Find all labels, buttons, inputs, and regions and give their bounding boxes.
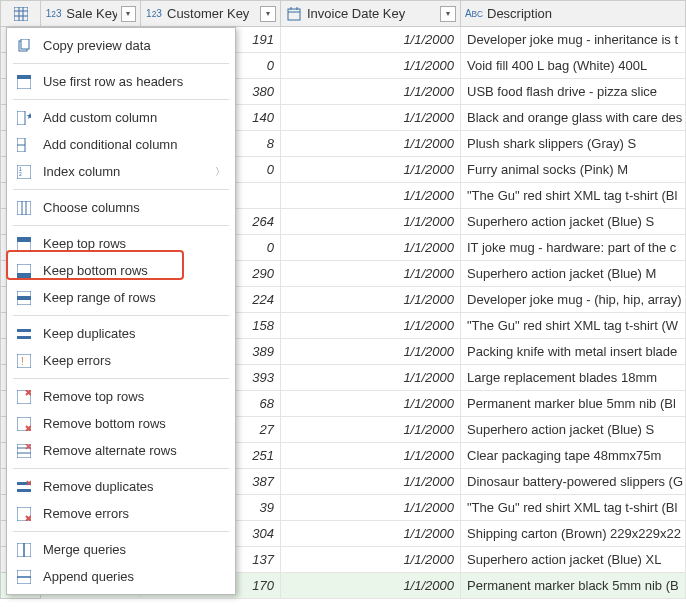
choose-columns-icon <box>15 199 33 217</box>
menu-append-queries[interactable]: Append queries <box>7 563 235 590</box>
cell-description[interactable]: Plush shark slippers (Gray) S <box>461 131 686 157</box>
cell-invoice-date[interactable]: 1/1/2000 <box>281 261 461 287</box>
menu-label: Use first row as headers <box>43 74 183 89</box>
cell-description[interactable]: Superhero action jacket (Blue) S <box>461 209 686 235</box>
svg-rect-20 <box>17 201 31 215</box>
cell-description[interactable]: "The Gu" red shirt XML tag t-shirt (W <box>461 313 686 339</box>
cell-description[interactable]: Void fill 400 L bag (White) 400L <box>461 53 686 79</box>
menu-first-row-headers[interactable]: Use first row as headers <box>7 68 235 95</box>
cell-invoice-date[interactable]: 1/1/2000 <box>281 313 461 339</box>
cell-invoice-date[interactable]: 1/1/2000 <box>281 287 461 313</box>
cell-invoice-date[interactable]: 1/1/2000 <box>281 391 461 417</box>
cell-description[interactable]: USB food flash drive - pizza slice <box>461 79 686 105</box>
menu-choose-columns[interactable]: Choose columns <box>7 194 235 221</box>
cell-description[interactable]: Furry animal socks (Pink) M <box>461 157 686 183</box>
cell-invoice-date[interactable]: 1/1/2000 <box>281 495 461 521</box>
cell-invoice-date[interactable]: 1/1/2000 <box>281 521 461 547</box>
menu-merge-queries[interactable]: Merge queries <box>7 536 235 563</box>
column-label: Customer Key <box>167 6 249 21</box>
menu-remove-bottom-rows[interactable]: Remove bottom rows <box>7 410 235 437</box>
menu-keep-duplicates[interactable]: Keep duplicates <box>7 320 235 347</box>
cell-description[interactable]: Permanent marker black 5mm nib (B <box>461 573 686 599</box>
cell-invoice-date[interactable]: 1/1/2000 <box>281 53 461 79</box>
column-filter-button[interactable]: ▾ <box>440 6 456 22</box>
menu-add-conditional-column[interactable]: Add conditional column <box>7 131 235 158</box>
cell-description[interactable]: Clear packaging tape 48mmx75m <box>461 443 686 469</box>
column-filter-button[interactable]: ▾ <box>260 6 276 22</box>
menu-label: Remove errors <box>43 506 129 521</box>
menu-label: Copy preview data <box>43 38 151 53</box>
number-type-icon: 123 <box>45 7 62 21</box>
menu-copy-preview[interactable]: Copy preview data <box>7 32 235 59</box>
column-filter-button[interactable]: ▾ <box>121 6 137 22</box>
cell-description[interactable]: Superhero action jacket (Blue) M <box>461 261 686 287</box>
cell-description[interactable]: Large replacement blades 18mm <box>461 365 686 391</box>
menu-label: Remove duplicates <box>43 479 154 494</box>
column-header-sale-key[interactable]: 123 Sale Key ▾ <box>41 1 141 27</box>
cell-description[interactable]: "The Gu" red shirt XML tag t-shirt (Bl <box>461 183 686 209</box>
cell-invoice-date[interactable]: 1/1/2000 <box>281 443 461 469</box>
submenu-arrow-icon: 〉 <box>215 165 225 179</box>
svg-rect-51 <box>17 543 24 557</box>
menu-separator <box>13 378 229 379</box>
keep-bottom-icon <box>15 262 33 280</box>
cell-invoice-date[interactable]: 1/1/2000 <box>281 573 461 599</box>
keep-errors-icon: ! <box>15 352 33 370</box>
svg-rect-45 <box>17 489 31 492</box>
menu-remove-errors[interactable]: Remove errors <box>7 500 235 527</box>
svg-rect-10 <box>21 39 29 49</box>
cell-invoice-date[interactable]: 1/1/2000 <box>281 131 461 157</box>
cell-description[interactable]: Packing knife with metal insert blade <box>461 339 686 365</box>
menu-keep-bottom-rows[interactable]: Keep bottom rows <box>7 257 235 284</box>
svg-rect-31 <box>17 354 31 368</box>
cell-description[interactable]: "The Gu" red shirt XML tag t-shirt (Bl <box>461 495 686 521</box>
remove-duplicates-icon <box>15 478 33 496</box>
cell-invoice-date[interactable]: 1/1/2000 <box>281 469 461 495</box>
cell-invoice-date[interactable]: 1/1/2000 <box>281 105 461 131</box>
cell-description[interactable]: Superhero action jacket (Blue) XL <box>461 547 686 573</box>
cell-invoice-date[interactable]: 1/1/2000 <box>281 209 461 235</box>
cell-description[interactable]: IT joke mug - hardware: part of the c <box>461 235 686 261</box>
menu-remove-alternate-rows[interactable]: Remove alternate rows <box>7 437 235 464</box>
cell-invoice-date[interactable]: 1/1/2000 <box>281 547 461 573</box>
menu-keep-errors[interactable]: ! Keep errors <box>7 347 235 374</box>
menu-label: Remove bottom rows <box>43 416 166 431</box>
menu-keep-top-rows[interactable]: Keep top rows <box>7 230 235 257</box>
cell-description[interactable]: Dinosaur battery-powered slippers (G <box>461 469 686 495</box>
column-header-customer-key[interactable]: 123 Customer Key ▾ <box>141 1 281 27</box>
remove-alternate-icon <box>15 442 33 460</box>
cell-invoice-date[interactable]: 1/1/2000 <box>281 417 461 443</box>
cell-invoice-date[interactable]: 1/1/2000 <box>281 27 461 53</box>
cell-description[interactable]: Developer joke mug - inheritance is t <box>461 27 686 53</box>
column-header-description[interactable]: ABC Description <box>461 1 686 27</box>
cell-invoice-date[interactable]: 1/1/2000 <box>281 339 461 365</box>
cell-invoice-date[interactable]: 1/1/2000 <box>281 235 461 261</box>
cell-description[interactable]: Black and orange glass with care des <box>461 105 686 131</box>
table-icon <box>12 7 30 21</box>
cell-description[interactable]: Permanent marker blue 5mm nib (Bl <box>461 391 686 417</box>
menu-add-custom-column[interactable]: ★ Add custom column <box>7 104 235 131</box>
number-type-icon: 123 <box>145 7 163 21</box>
cell-invoice-date[interactable]: 1/1/2000 <box>281 79 461 105</box>
cell-invoice-date[interactable]: 1/1/2000 <box>281 157 461 183</box>
add-column-icon: ★ <box>15 109 33 127</box>
cell-description[interactable]: Developer joke mug - (hip, hip, array) <box>461 287 686 313</box>
menu-index-column[interactable]: 12 Index column 〉 <box>7 158 235 185</box>
svg-rect-29 <box>17 329 31 332</box>
cell-description[interactable]: Superhero action jacket (Blue) S <box>461 417 686 443</box>
cell-description[interactable]: Shipping carton (Brown) 229x229x22 <box>461 521 686 547</box>
menu-remove-top-rows[interactable]: Remove top rows <box>7 383 235 410</box>
column-label: Sale Key <box>66 6 116 21</box>
conditional-column-icon <box>15 136 33 154</box>
svg-rect-5 <box>288 9 300 20</box>
svg-rect-23 <box>17 237 31 242</box>
menu-remove-duplicates[interactable]: Remove duplicates <box>7 473 235 500</box>
svg-text:2: 2 <box>19 171 22 177</box>
menu-keep-range-rows[interactable]: Keep range of rows <box>7 284 235 311</box>
column-header-invoice-date[interactable]: Invoice Date Key ▾ <box>281 1 461 27</box>
cell-invoice-date[interactable]: 1/1/2000 <box>281 365 461 391</box>
svg-rect-27 <box>17 296 31 300</box>
svg-rect-12 <box>17 75 31 79</box>
cell-invoice-date[interactable]: 1/1/2000 <box>281 183 461 209</box>
table-menu-button[interactable] <box>1 1 41 27</box>
